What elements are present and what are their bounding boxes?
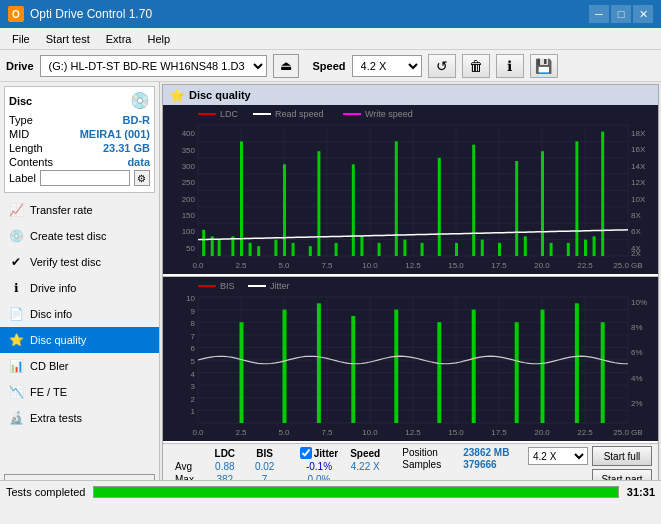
quality-title: Disc quality <box>189 89 251 101</box>
quality-icon: ⭐ <box>169 88 185 103</box>
eject-button[interactable]: ⏏ <box>273 54 299 78</box>
label-label: Label <box>9 172 36 184</box>
nav-items: 📈 Transfer rate 💿 Create test disc ✔ Ver… <box>0 197 159 470</box>
fe-te-label: FE / TE <box>30 386 67 398</box>
mid-value: MEIRA1 (001) <box>80 128 150 140</box>
sidebar-item-create-test-disc[interactable]: 💿 Create test disc <box>0 223 159 249</box>
samples-label: Samples <box>402 459 457 470</box>
maximize-button[interactable]: □ <box>611 5 631 23</box>
menu-start-test[interactable]: Start test <box>38 31 98 47</box>
jitter-checkbox[interactable] <box>300 447 312 459</box>
save-button[interactable]: 💾 <box>530 54 558 78</box>
type-label: Type <box>9 114 33 126</box>
length-label: Length <box>9 142 43 154</box>
verify-test-disc-icon: ✔ <box>8 254 24 270</box>
drivebar: Drive (G:) HL-DT-ST BD-RE WH16NS48 1.D3 … <box>0 50 661 82</box>
menubar: File Start test Extra Help <box>0 28 661 50</box>
disc-icon: 💿 <box>130 91 150 110</box>
contents-label: Contents <box>9 156 53 168</box>
start-full-button[interactable]: Start full <box>592 446 652 466</box>
disc-info-icon: 📄 <box>8 306 24 322</box>
speed-header: Speed <box>344 446 386 460</box>
sidebar: Disc 💿 Type BD-R MID MEIRA1 (001) Length… <box>0 82 160 502</box>
top-chart <box>163 105 658 277</box>
speed-label: Speed <box>313 60 346 72</box>
titlebar: O Opti Drive Control 1.70 ─ □ ✕ <box>0 0 661 28</box>
position-label: Position <box>402 447 457 458</box>
statusbar: Tests completed 31:31 <box>0 480 661 502</box>
ldc-chart-canvas <box>163 105 658 274</box>
minimize-button[interactable]: ─ <box>589 5 609 23</box>
disc-quality-icon: ⭐ <box>8 332 24 348</box>
status-time: 31:31 <box>627 486 655 498</box>
cd-bler-icon: 📊 <box>8 358 24 374</box>
drive-info-label: Drive info <box>30 282 76 294</box>
speed-val: 4.22 X <box>344 460 386 473</box>
drive-label: Drive <box>6 60 34 72</box>
label-input[interactable] <box>40 170 130 186</box>
disc-panel: Disc 💿 Type BD-R MID MEIRA1 (001) Length… <box>4 86 155 193</box>
progress-bar-container <box>93 486 618 498</box>
disc-quality-label: Disc quality <box>30 334 86 346</box>
quality-panel: ⭐ Disc quality LDC <box>162 84 659 502</box>
sidebar-item-cd-bler[interactable]: 📊 CD Bler <box>0 353 159 379</box>
app-icon: O <box>8 6 24 22</box>
drive-select[interactable]: (G:) HL-DT-ST BD-RE WH16NS48 1.D3 <box>40 55 267 77</box>
position-section: Position 23862 MB Samples 379666 <box>402 446 513 471</box>
progress-bar-fill <box>94 487 617 497</box>
status-text: Tests completed <box>6 486 85 498</box>
avg-bis: 0.02 <box>248 460 282 473</box>
sidebar-item-disc-quality[interactable]: ⭐ Disc quality <box>0 327 159 353</box>
sidebar-item-transfer-rate[interactable]: 📈 Transfer rate <box>0 197 159 223</box>
sidebar-item-extra-tests[interactable]: 🔬 Extra tests <box>0 405 159 431</box>
sidebar-item-fe-te[interactable]: 📉 FE / TE <box>0 379 159 405</box>
drive-info-icon: ℹ <box>8 280 24 296</box>
close-button[interactable]: ✕ <box>633 5 653 23</box>
disc-info-label: Disc info <box>30 308 72 320</box>
app-title: Opti Drive Control 1.70 <box>30 7 152 21</box>
samples-value: 379666 <box>463 459 513 470</box>
jitter-header: Jitter <box>294 446 344 460</box>
cd-bler-label: CD Bler <box>30 360 69 372</box>
speed-select[interactable]: 4.2 X <box>352 55 422 77</box>
mid-label: MID <box>9 128 29 140</box>
create-test-disc-icon: 💿 <box>8 228 24 244</box>
contents-value: data <box>127 156 150 168</box>
avg-label: Avg <box>169 460 202 473</box>
bottom-chart <box>163 277 658 443</box>
refresh-button[interactable]: ↺ <box>428 54 456 78</box>
bis-header: BIS <box>248 446 282 460</box>
extra-tests-icon: 🔬 <box>8 410 24 426</box>
extra-tests-label: Extra tests <box>30 412 82 424</box>
content-area: ⭐ Disc quality LDC <box>160 82 661 502</box>
quality-header: ⭐ Disc quality <box>163 85 658 105</box>
sidebar-item-drive-info[interactable]: ℹ Drive info <box>0 275 159 301</box>
create-test-disc-label: Create test disc <box>30 230 106 242</box>
fe-te-icon: 📉 <box>8 384 24 400</box>
verify-test-disc-label: Verify test disc <box>30 256 101 268</box>
sidebar-item-verify-test-disc[interactable]: ✔ Verify test disc <box>0 249 159 275</box>
disc-title: Disc <box>9 95 32 107</box>
transfer-rate-icon: 📈 <box>8 202 24 218</box>
menu-extra[interactable]: Extra <box>98 31 140 47</box>
position-value: 23862 MB <box>463 447 513 458</box>
bis-jitter-chart-canvas <box>163 277 658 441</box>
sidebar-item-disc-info[interactable]: 📄 Disc info <box>0 301 159 327</box>
avg-ldc: 0.88 <box>202 460 247 473</box>
charts-area <box>163 105 658 443</box>
erase-button[interactable]: 🗑 <box>462 54 490 78</box>
menu-file[interactable]: File <box>4 31 38 47</box>
info-button[interactable]: ℹ <box>496 54 524 78</box>
label-button[interactable]: ⚙ <box>134 170 150 186</box>
type-value: BD-R <box>123 114 151 126</box>
menu-help[interactable]: Help <box>139 31 178 47</box>
transfer-rate-label: Transfer rate <box>30 204 93 216</box>
speed-dropdown[interactable]: 4.2 X <box>528 447 588 465</box>
length-value: 23.31 GB <box>103 142 150 154</box>
ldc-header: LDC <box>202 446 247 460</box>
avg-jitter: -0.1% <box>294 460 344 473</box>
